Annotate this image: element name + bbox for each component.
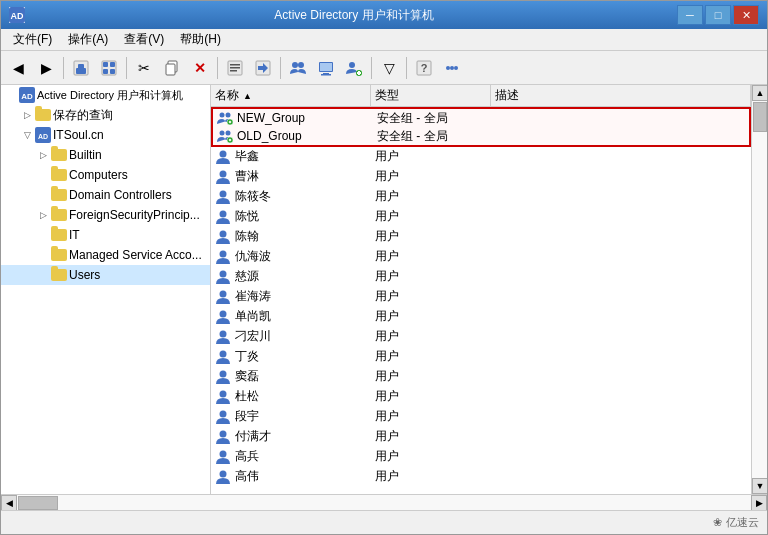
col-header-desc[interactable]: 描述 (491, 85, 751, 106)
table-row[interactable]: 高兵 用户 (211, 447, 751, 467)
svg-rect-8 (103, 69, 108, 74)
cell-type: 用户 (371, 448, 491, 465)
table-row[interactable]: NEW_Group 安全组 - 全局 (211, 107, 751, 127)
svg-point-51 (220, 230, 227, 237)
cell-type: 用户 (371, 168, 491, 185)
main-window: AD Active Directory 用户和计算机 ─ □ ✕ 文件(F) 操… (0, 0, 768, 535)
users-button[interactable] (285, 55, 311, 81)
close-button[interactable]: ✕ (733, 5, 759, 25)
row-name: 杜松 (235, 388, 259, 405)
col-header-name[interactable]: 名称 ▲ (211, 85, 371, 106)
table-row[interactable]: 付满才 用户 (211, 427, 751, 447)
cell-name: NEW_Group (213, 110, 373, 126)
svg-point-57 (220, 350, 227, 357)
svg-point-62 (220, 450, 227, 457)
maximize-button[interactable]: □ (705, 5, 731, 25)
tree-item-dc[interactable]: Domain Controllers (1, 185, 210, 205)
table-row[interactable]: 陈翰 用户 (211, 227, 751, 247)
scroll-up-button[interactable]: ▲ (752, 85, 767, 101)
cell-type: 用户 (371, 308, 491, 325)
cell-name: 陈筱冬 (211, 188, 371, 205)
tree-item-saved[interactable]: ▷ 保存的查询 (1, 105, 210, 125)
svg-rect-13 (230, 64, 240, 66)
copy-button[interactable] (159, 55, 185, 81)
svg-point-50 (220, 210, 227, 217)
table-row[interactable]: 丁炎 用户 (211, 347, 751, 367)
back-button[interactable]: ◀ (5, 55, 31, 81)
delete-button[interactable]: ✕ (187, 55, 213, 81)
menu-help[interactable]: 帮助(H) (172, 29, 229, 50)
builtin-folder-icon (51, 147, 67, 163)
menu-action[interactable]: 操作(A) (60, 29, 116, 50)
table-row[interactable]: 陈悦 用户 (211, 207, 751, 227)
title-bar: AD Active Directory 用户和计算机 ─ □ ✕ (1, 1, 767, 29)
table-row[interactable]: 仇海波 用户 (211, 247, 751, 267)
window-icon: AD (9, 7, 25, 23)
tree-item-builtin[interactable]: ▷ Builtin (1, 145, 210, 165)
row-icon (217, 110, 233, 126)
forward-button[interactable]: ▶ (33, 55, 59, 81)
table-row[interactable]: 陈筱冬 用户 (211, 187, 751, 207)
move-button[interactable] (250, 55, 276, 81)
up-button[interactable] (68, 55, 94, 81)
scroll-left-button[interactable]: ◀ (1, 495, 17, 511)
minimize-button[interactable]: ─ (677, 5, 703, 25)
tree-item-foreign[interactable]: ▷ ForeignSecurityPrincip... (1, 205, 210, 225)
svg-point-37 (220, 113, 225, 118)
table-row[interactable]: 杜松 用户 (211, 387, 751, 407)
h-scroll-thumb[interactable] (18, 496, 58, 510)
snap-button[interactable] (96, 55, 122, 81)
svg-rect-14 (230, 67, 240, 69)
row-name: 高兵 (235, 448, 259, 465)
scroll-right-button[interactable]: ▶ (751, 495, 767, 511)
svg-rect-4 (78, 64, 84, 69)
table-row[interactable]: 高伟 用户 (211, 467, 751, 487)
svg-point-30 (446, 66, 450, 70)
svg-point-48 (220, 170, 227, 177)
svg-point-49 (220, 190, 227, 197)
row-name: 高伟 (235, 468, 259, 485)
svg-point-59 (220, 390, 227, 397)
col-header-type[interactable]: 类型 (371, 85, 491, 106)
extra-button[interactable] (439, 55, 465, 81)
tree-item-managed[interactable]: Managed Service Acco... (1, 245, 210, 265)
table-row[interactable]: 单尚凯 用户 (211, 307, 751, 327)
table-row[interactable]: 刁宏川 用户 (211, 327, 751, 347)
row-name: 仇海波 (235, 248, 271, 265)
scrollbar-vertical[interactable]: ▲ ▼ (751, 85, 767, 494)
expand-icon-itsoul: ▽ (19, 127, 35, 143)
cell-type: 用户 (371, 188, 491, 205)
tree-item-it[interactable]: IT (1, 225, 210, 245)
table-row[interactable]: 段宇 用户 (211, 407, 751, 427)
svg-point-42 (220, 131, 225, 136)
table-row[interactable]: OLD_Group 安全组 - 全局 (211, 127, 751, 147)
row-name: 单尚凯 (235, 308, 271, 325)
help-button[interactable]: ? (411, 55, 437, 81)
table-row[interactable]: 曹淋 用户 (211, 167, 751, 187)
table-row[interactable]: 慈源 用户 (211, 267, 751, 287)
tree-label-itsoul: ITSoul.cn (53, 128, 104, 142)
properties-button[interactable] (222, 55, 248, 81)
tree-panel: AD Active Directory 用户和计算机 ▷ 保存的查询 ▽ (1, 85, 211, 494)
computer-button[interactable] (313, 55, 339, 81)
menu-view[interactable]: 查看(V) (116, 29, 172, 50)
watermark-icon: ❀ (713, 516, 722, 529)
add-user-button[interactable] (341, 55, 367, 81)
scroll-down-button[interactable]: ▼ (752, 478, 767, 494)
table-row[interactable]: 窦磊 用户 (211, 367, 751, 387)
scroll-thumb[interactable] (753, 102, 767, 132)
tree-item-root[interactable]: AD Active Directory 用户和计算机 (1, 85, 210, 105)
table-row[interactable]: 崔海涛 用户 (211, 287, 751, 307)
filter-button[interactable]: ▽ (376, 55, 402, 81)
table-row[interactable]: 毕鑫 用户 (211, 147, 751, 167)
cut-button[interactable]: ✂ (131, 55, 157, 81)
cell-type: 用户 (371, 468, 491, 485)
tree-item-users[interactable]: Users (1, 265, 210, 285)
cell-name: 杜松 (211, 388, 371, 405)
foreign-folder-icon (51, 207, 67, 223)
svg-point-52 (220, 250, 227, 257)
separator-2 (126, 57, 127, 79)
tree-item-computers[interactable]: Computers (1, 165, 210, 185)
menu-file[interactable]: 文件(F) (5, 29, 60, 50)
tree-item-itsoul[interactable]: ▽ AD ITSoul.cn (1, 125, 210, 145)
